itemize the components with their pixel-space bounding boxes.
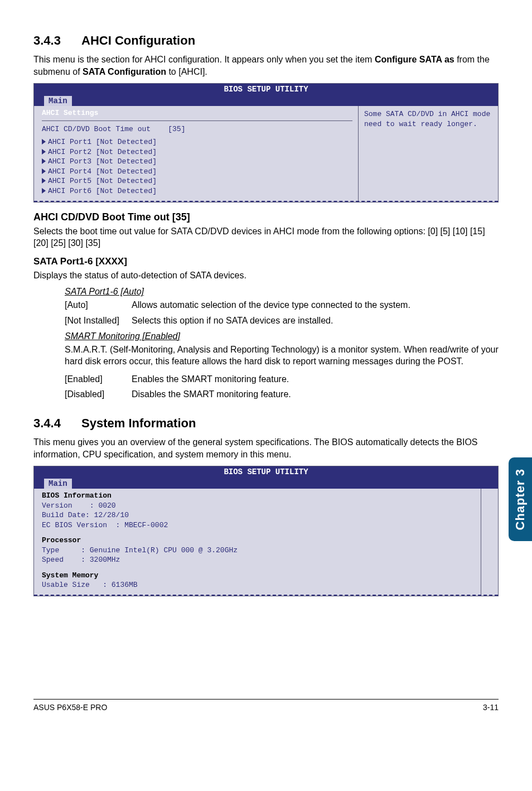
bios1-port-row[interactable]: AHCI Port2 [Not Detected] [42, 147, 352, 157]
triangle-icon [42, 168, 46, 174]
heading-344: 3.4.4System Information [33, 416, 499, 431]
bios1-port6: AHCI Port6 [Not Detected] [48, 187, 157, 195]
bios1-tab[interactable]: Main [44, 96, 72, 106]
kv-val: Selects this option if no SATA devices a… [132, 315, 499, 327]
triangle-icon [42, 158, 46, 164]
opt-sata-desc: Displays the status of auto-detection of… [33, 269, 499, 282]
kv-val: Allows automatic selection of the device… [132, 299, 499, 311]
opt-boot-title: AHCI CD/DVD Boot Time out [35] [33, 211, 499, 223]
triangle-icon [42, 178, 46, 184]
kv-row: [Enabled] Enables the SMART monitoring f… [65, 373, 499, 385]
bios1-port3: AHCI Port3 [Not Detected] [48, 157, 157, 166]
intro-343-bold1: Configure SATA as [375, 55, 454, 64]
bios2-build: Build Date: 12/28/10 [42, 510, 475, 520]
bios-box-ahci: BIOS SETUP UTILITY Main AHCI Settings AH… [33, 83, 499, 202]
triangle-icon [42, 149, 46, 155]
sata-sub1-label: SATA Port1-6 [Auto] [65, 287, 499, 297]
side-tab-label: Chapter 3 [513, 469, 528, 530]
bios2-ec: EC BIOS Version : MBECF-0002 [42, 520, 475, 530]
bios1-port-row[interactable]: AHCI Port1 [Not Detected] [42, 137, 352, 147]
sata-sub2-desc: S.M.A.R.T. (Self-Monitoring, Analysis an… [65, 344, 499, 368]
bios2-speed: Speed : 3200MHz [42, 555, 475, 565]
heading-343-title: AHCI Configuration [81, 33, 195, 47]
heading-343: 3.4.3AHCI Configuration [33, 33, 499, 48]
bios1-boot-row[interactable]: AHCI CD/DVD Boot Time out [35] [42, 124, 352, 134]
heading-344-num: 3.4.4 [33, 416, 81, 431]
kv-key: [Disabled] [65, 388, 132, 401]
bios1-left-panel: AHCI Settings AHCI CD/DVD Boot Time out … [34, 106, 358, 200]
kv-key: [Auto] [65, 299, 132, 311]
kv-row: [Disabled] Disables the SMART monitoring… [65, 388, 499, 401]
intro-343-post: to [AHCI]. [166, 67, 207, 76]
intro-343-pre: This menu is the section for AHCI config… [33, 55, 375, 64]
kv-row: [Not Installed] Selects this option if n… [65, 315, 499, 327]
footer-left: ASUS P6X58-E PRO [33, 703, 107, 712]
bios2-h-bios: BIOS Information [42, 491, 475, 501]
intro-344: This menu gives you an overview of the g… [33, 436, 499, 460]
bios1-title: BIOS SETUP UTILITY [224, 85, 308, 94]
bios2-right-strip [481, 489, 498, 595]
bios1-title-bar: BIOS SETUP UTILITY Main [34, 84, 498, 106]
bios1-boot-value: [35] [168, 125, 185, 133]
heading-343-num: 3.4.3 [33, 33, 81, 48]
bios2-usable: Usable Size : 6136MB [42, 580, 475, 590]
opt-sata-title: SATA Port1-6 [XXXX] [33, 256, 499, 267]
kv-val: Enables the SMART monitoring feature. [132, 373, 499, 385]
bios1-port1: AHCI Port1 [Not Detected] [48, 138, 157, 146]
bios1-heading: AHCI Settings [42, 108, 352, 118]
bios2-title-bar: BIOS SETUP UTILITY Main [34, 466, 498, 489]
kv-val: Disables the SMART monitoring feature. [132, 388, 499, 401]
bios1-port5: AHCI Port5 [Not Detected] [48, 177, 157, 185]
heading-344-title: System Information [81, 416, 196, 430]
bios2-h-mem: System Memory [42, 571, 475, 581]
triangle-icon [42, 139, 46, 144]
kv-key: [Enabled] [65, 373, 132, 385]
bios1-help-text: Some SATA CD/DVD in AHCI mode need to wa… [364, 110, 490, 128]
bios1-port2: AHCI Port2 [Not Detected] [48, 148, 157, 156]
bios1-port-row[interactable]: AHCI Port5 [Not Detected] [42, 176, 352, 186]
bios2-tab[interactable]: Main [44, 479, 72, 489]
kv-key: [Not Installed] [65, 315, 132, 327]
triangle-icon [42, 188, 46, 194]
intro-343: This menu is the section for AHCI config… [33, 54, 499, 78]
intro-343-bold2: SATA Configuration [83, 67, 166, 76]
side-tab-chapter: Chapter 3 [509, 457, 532, 541]
bios1-port-row[interactable]: AHCI Port3 [Not Detected] [42, 157, 352, 167]
bios2-left-panel: BIOS Information Version : 0020 Build Da… [34, 489, 481, 595]
bios-box-sysinfo: BIOS SETUP UTILITY Main BIOS Information… [33, 466, 499, 596]
footer-right: 3-11 [483, 703, 499, 712]
bios2-title: BIOS SETUP UTILITY [224, 467, 308, 476]
bios2-type: Type : Genuine Intel(R) CPU 000 @ 3.20GH… [42, 546, 475, 556]
bios1-boot-label: AHCI CD/DVD Boot Time out [42, 125, 151, 133]
bios2-h-proc: Processor [42, 536, 475, 546]
sata-sub2-label: SMART Monitoring [Enabled] [65, 331, 499, 341]
page-footer: ASUS P6X58-E PRO 3-11 [33, 699, 499, 712]
bios1-help-panel: Some SATA CD/DVD in AHCI mode need to wa… [358, 106, 498, 200]
bios1-port-row[interactable]: AHCI Port6 [Not Detected] [42, 186, 352, 196]
bios1-port-row[interactable]: AHCI Port4 [Not Detected] [42, 167, 352, 177]
bios2-version: Version : 0020 [42, 501, 475, 511]
kv-row: [Auto] Allows automatic selection of the… [65, 299, 499, 311]
opt-boot-desc: Selects the boot time out value for SATA… [33, 225, 499, 249]
bios1-port4: AHCI Port4 [Not Detected] [48, 167, 157, 176]
